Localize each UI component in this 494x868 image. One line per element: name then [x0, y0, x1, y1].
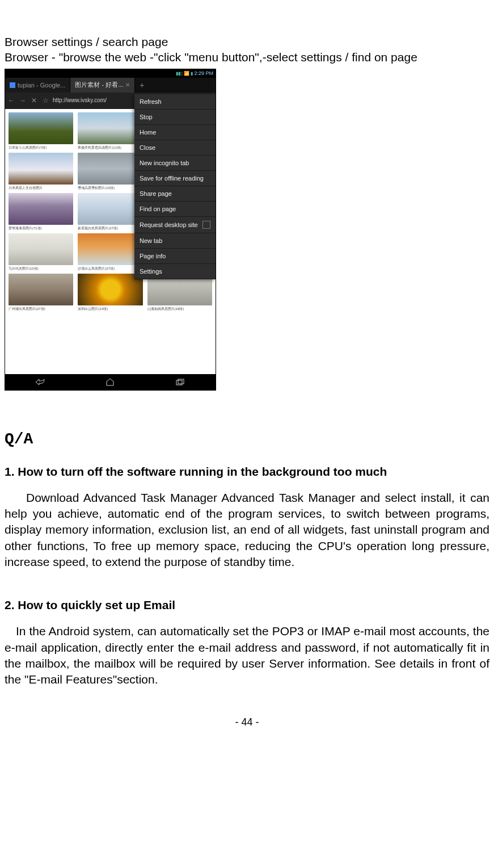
- q1-title: 1. How to turn off the software running …: [5, 465, 489, 479]
- grid-cell[interactable]: 日本风景人文自然图片: [9, 153, 73, 191]
- menu-home[interactable]: Home: [134, 125, 216, 140]
- back-icon[interactable]: ←: [7, 97, 15, 104]
- grid-cell[interactable]: 沙漠白云风景图片(27张): [78, 233, 142, 271]
- grid-cell[interactable]: 广州城市风景图片(27张): [9, 274, 73, 312]
- grid-cell[interactable]: 爱琴海海景图片(71张): [9, 193, 73, 231]
- thumbnail-image: [9, 233, 73, 265]
- grid-cell[interactable]: 马尔代夫图片(13张): [9, 233, 73, 271]
- thumbnail-image: [9, 274, 73, 305]
- thumbnail-caption: 马尔代夫图片(13张): [9, 266, 73, 271]
- grid-cell[interactable]: 希腊圣托里尼高清图片(11张): [78, 112, 142, 150]
- q2-body: In the Android system, can automatically…: [5, 623, 489, 687]
- status-time: 2:29 PM: [194, 70, 213, 76]
- thumbnail-image: [9, 193, 73, 225]
- thumbnail-caption: 雪域高原雪松图片(10张): [78, 186, 142, 191]
- thumbnail-caption: 沙漠白云风景图片(27张): [78, 266, 142, 271]
- menu-close[interactable]: Close: [134, 140, 216, 156]
- thumbnail-caption: 深圳白云图片(14张): [78, 307, 142, 312]
- back-key[interactable]: [34, 378, 47, 386]
- browser-screenshot: ▮▮▯ 📶 ▮ 2:29 PM tupian - Google... 图片素材 …: [5, 69, 216, 391]
- thumbnail-caption: 希腊圣托里尼高清图片(11张): [78, 145, 142, 150]
- page-number: - 44 -: [5, 716, 489, 728]
- menu-save-offline[interactable]: Save for offline reading: [134, 171, 216, 186]
- nav-bar: [5, 374, 216, 390]
- tab-label: tupian - Google...: [18, 82, 65, 89]
- browser-tab-2[interactable]: 图片素材 - 好看... ✕: [70, 78, 135, 93]
- grid-cell[interactable]: 雪域高原雪松图片(10张): [78, 153, 142, 191]
- menu-refresh[interactable]: Refresh: [134, 94, 216, 110]
- grid-cell[interactable]: 新景观自然风景图片(27张): [78, 193, 142, 231]
- thumbnail-image: [9, 153, 73, 184]
- thumbnail-caption: 爱琴海海景图片(71张): [9, 226, 73, 231]
- thumbnail-image: [78, 274, 142, 305]
- menu-popup: Refresh Stop Home Close New incognito ta…: [134, 94, 216, 279]
- menu-page-info[interactable]: Page info: [134, 249, 216, 264]
- thumbnail-caption: 日本富士山风景图片(7张): [9, 145, 73, 150]
- wifi-icon: 📶: [184, 71, 189, 76]
- thumbnail-caption: 日本风景人文自然图片: [9, 186, 73, 191]
- thumbnail-image: [78, 233, 142, 265]
- favicon-icon: [10, 82, 15, 88]
- signal-icon: ▮▮▯: [176, 71, 183, 76]
- forward-icon[interactable]: →: [19, 97, 27, 104]
- thumbnail-image: [9, 112, 73, 144]
- menu-desktop-site[interactable]: Request desktop site: [134, 217, 216, 233]
- grid-cell[interactable]: 山海如画风景图片(18张): [147, 274, 212, 312]
- grid-cell[interactable]: 深圳白云图片(14张): [78, 274, 142, 312]
- home-key[interactable]: [104, 378, 116, 386]
- intro-line-2: Browser - "browse the web -"click "menu …: [5, 49, 489, 65]
- svg-rect-1: [178, 379, 184, 384]
- menu-settings[interactable]: Settings: [134, 264, 216, 279]
- recent-key[interactable]: [174, 378, 187, 386]
- grid-cell[interactable]: 日本富士山风景图片(7张): [9, 112, 73, 150]
- bookmark-icon[interactable]: ☆: [41, 97, 49, 104]
- browser-tab-1[interactable]: tupian - Google...: [5, 78, 70, 93]
- qa-heading: Q/A: [5, 430, 489, 448]
- menu-desktop-site-label: Request desktop site: [140, 221, 198, 228]
- tabs-row: tupian - Google... 图片素材 - 好看... ✕ +: [5, 78, 216, 93]
- thumbnail-caption: 新景观自然风景图片(27张): [78, 226, 142, 231]
- status-bar: ▮▮▯ 📶 ▮ 2:29 PM: [5, 69, 216, 78]
- thumbnail-image: [78, 112, 142, 144]
- thumbnail-caption: 山海如画风景图片(18张): [147, 307, 212, 312]
- menu-new-tab[interactable]: New tab: [134, 233, 216, 249]
- menu-incognito[interactable]: New incognito tab: [134, 156, 216, 171]
- svg-rect-0: [176, 380, 182, 385]
- battery-icon: ▮: [191, 71, 193, 76]
- menu-stop[interactable]: Stop: [134, 110, 216, 125]
- new-tab-button[interactable]: +: [135, 78, 149, 93]
- stop-icon[interactable]: ✕: [30, 97, 38, 104]
- close-icon[interactable]: ✕: [125, 82, 130, 88]
- q1-body: Download Advanced Task Manager Advanced …: [5, 490, 489, 571]
- intro-line-1: Browser settings / search page: [5, 34, 489, 49]
- tab-label: 图片素材 - 好看...: [75, 81, 123, 89]
- checkbox-icon[interactable]: [202, 221, 210, 229]
- thumbnail-caption: 广州城市风景图片(27张): [9, 307, 73, 312]
- thumbnail-image: [78, 193, 142, 225]
- thumbnail-image: [78, 153, 142, 184]
- menu-share[interactable]: Share page: [134, 186, 216, 202]
- menu-find-on-page[interactable]: Find on page: [134, 202, 216, 217]
- q2-title: 2. How to quickly set up Email: [5, 598, 489, 612]
